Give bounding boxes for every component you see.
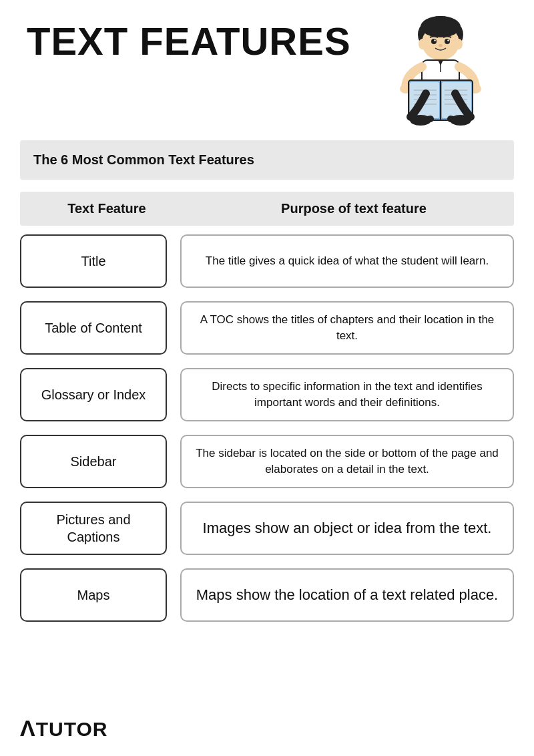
table-row: Pictures and CaptionsImages show an obje…: [20, 498, 514, 558]
svg-point-4: [455, 39, 463, 49]
svg-point-27: [450, 115, 471, 126]
main-title: TEXT FEATURES: [27, 20, 351, 63]
table-row: SidebarThe sidebar is located on the sid…: [20, 431, 514, 492]
table-row: MapsMaps show the location of a text rel…: [20, 565, 514, 625]
table-header: Text Feature Purpose of text feature: [20, 192, 514, 226]
table-row: Table of ContentA TOC shows the titles o…: [20, 298, 514, 358]
cell-feature: Title: [20, 234, 167, 288]
svg-point-2: [421, 16, 461, 37]
page: TEXT FEATURES: [0, 0, 534, 756]
svg-point-9: [439, 44, 443, 47]
table-row: Glossary or IndexDirects to specific inf…: [20, 365, 514, 425]
table-body: TitleThe title gives a quick idea of wha…: [20, 231, 514, 625]
col-purpose-header: Purpose of text feature: [194, 201, 514, 216]
cell-feature: Maps: [20, 568, 167, 622]
cell-feature: Pictures and Captions: [20, 502, 167, 555]
col-feature-header: Text Feature: [20, 201, 194, 216]
cell-purpose: A TOC shows the titles of chapters and t…: [180, 301, 514, 355]
logo-text: TUTOR: [36, 718, 108, 740]
svg-point-5: [431, 39, 437, 44]
svg-point-6: [445, 39, 450, 44]
cell-purpose: The sidebar is located on the side or bo…: [180, 435, 514, 488]
table-row: TitleThe title gives a quick idea of wha…: [20, 231, 514, 291]
svg-point-26: [410, 115, 431, 126]
svg-point-8: [447, 39, 449, 41]
cell-purpose: Images show an object or idea from the t…: [180, 502, 514, 555]
cell-purpose: Directs to specific information in the t…: [180, 368, 514, 421]
cell-purpose: The title gives a quick idea of what the…: [180, 234, 514, 288]
svg-point-3: [419, 39, 427, 49]
logo-icon: Λ: [20, 715, 36, 741]
subtitle-text: The 6 Most Common Text Features: [33, 152, 254, 167]
footer-logo: ΛTUTOR: [20, 715, 107, 741]
svg-point-7: [434, 39, 435, 41]
character-illustration: [387, 13, 507, 134]
header: TEXT FEATURES: [0, 0, 534, 140]
cell-purpose: Maps show the location of a text related…: [180, 568, 514, 622]
cell-feature: Glossary or Index: [20, 368, 167, 421]
footer: ΛTUTOR: [20, 715, 107, 741]
cell-feature: Sidebar: [20, 435, 167, 488]
subtitle-band: The 6 Most Common Text Features: [20, 140, 514, 180]
cell-feature: Table of Content: [20, 301, 167, 355]
